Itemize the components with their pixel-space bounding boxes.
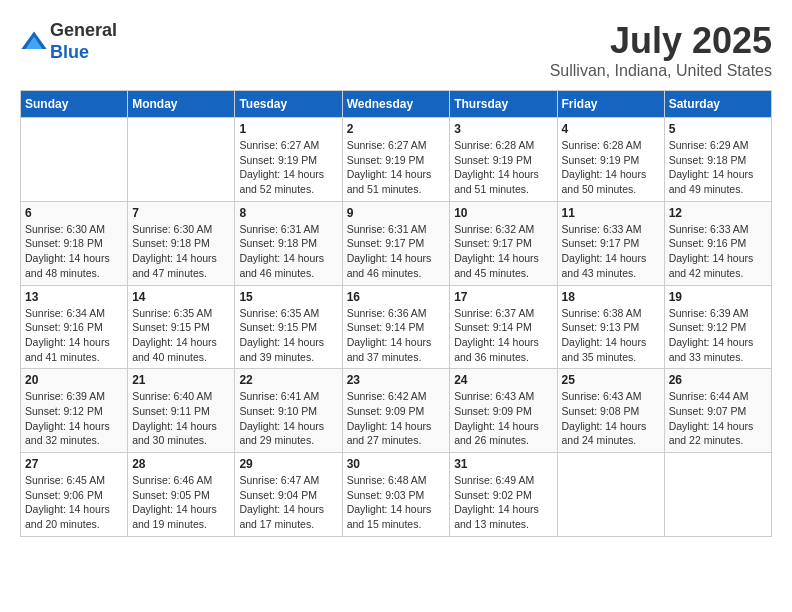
- calendar-week-row: 1Sunrise: 6:27 AM Sunset: 9:19 PM Daylig…: [21, 118, 772, 202]
- day-info: Sunrise: 6:34 AM Sunset: 9:16 PM Dayligh…: [25, 306, 123, 365]
- day-number: 29: [239, 457, 337, 471]
- calendar-cell: 12Sunrise: 6:33 AM Sunset: 9:16 PM Dayli…: [664, 201, 771, 285]
- day-number: 23: [347, 373, 446, 387]
- calendar-cell: 13Sunrise: 6:34 AM Sunset: 9:16 PM Dayli…: [21, 285, 128, 369]
- calendar-cell: 16Sunrise: 6:36 AM Sunset: 9:14 PM Dayli…: [342, 285, 450, 369]
- calendar-cell: 29Sunrise: 6:47 AM Sunset: 9:04 PM Dayli…: [235, 453, 342, 537]
- day-info: Sunrise: 6:29 AM Sunset: 9:18 PM Dayligh…: [669, 138, 767, 197]
- day-info: Sunrise: 6:39 AM Sunset: 9:12 PM Dayligh…: [669, 306, 767, 365]
- title-section: July 2025 Sullivan, Indiana, United Stat…: [550, 20, 772, 80]
- day-info: Sunrise: 6:35 AM Sunset: 9:15 PM Dayligh…: [132, 306, 230, 365]
- calendar-cell: 17Sunrise: 6:37 AM Sunset: 9:14 PM Dayli…: [450, 285, 557, 369]
- day-number: 16: [347, 290, 446, 304]
- page-header: General Blue July 2025 Sullivan, Indiana…: [20, 20, 772, 80]
- calendar-cell: 9Sunrise: 6:31 AM Sunset: 9:17 PM Daylig…: [342, 201, 450, 285]
- calendar-cell: 2Sunrise: 6:27 AM Sunset: 9:19 PM Daylig…: [342, 118, 450, 202]
- day-info: Sunrise: 6:43 AM Sunset: 9:08 PM Dayligh…: [562, 389, 660, 448]
- day-info: Sunrise: 6:28 AM Sunset: 9:19 PM Dayligh…: [562, 138, 660, 197]
- calendar-cell: 3Sunrise: 6:28 AM Sunset: 9:19 PM Daylig…: [450, 118, 557, 202]
- day-number: 5: [669, 122, 767, 136]
- calendar-cell: 31Sunrise: 6:49 AM Sunset: 9:02 PM Dayli…: [450, 453, 557, 537]
- day-info: Sunrise: 6:43 AM Sunset: 9:09 PM Dayligh…: [454, 389, 552, 448]
- day-info: Sunrise: 6:42 AM Sunset: 9:09 PM Dayligh…: [347, 389, 446, 448]
- day-info: Sunrise: 6:44 AM Sunset: 9:07 PM Dayligh…: [669, 389, 767, 448]
- day-number: 10: [454, 206, 552, 220]
- calendar-cell: 27Sunrise: 6:45 AM Sunset: 9:06 PM Dayli…: [21, 453, 128, 537]
- day-number: 18: [562, 290, 660, 304]
- calendar-cell: 28Sunrise: 6:46 AM Sunset: 9:05 PM Dayli…: [128, 453, 235, 537]
- calendar-cell: 5Sunrise: 6:29 AM Sunset: 9:18 PM Daylig…: [664, 118, 771, 202]
- calendar-cell: 19Sunrise: 6:39 AM Sunset: 9:12 PM Dayli…: [664, 285, 771, 369]
- calendar-cell: 15Sunrise: 6:35 AM Sunset: 9:15 PM Dayli…: [235, 285, 342, 369]
- calendar-week-row: 6Sunrise: 6:30 AM Sunset: 9:18 PM Daylig…: [21, 201, 772, 285]
- day-number: 7: [132, 206, 230, 220]
- logo-text: General Blue: [50, 20, 117, 63]
- calendar-cell: 30Sunrise: 6:48 AM Sunset: 9:03 PM Dayli…: [342, 453, 450, 537]
- day-info: Sunrise: 6:46 AM Sunset: 9:05 PM Dayligh…: [132, 473, 230, 532]
- day-number: 22: [239, 373, 337, 387]
- calendar-week-row: 13Sunrise: 6:34 AM Sunset: 9:16 PM Dayli…: [21, 285, 772, 369]
- calendar-cell: 4Sunrise: 6:28 AM Sunset: 9:19 PM Daylig…: [557, 118, 664, 202]
- day-info: Sunrise: 6:49 AM Sunset: 9:02 PM Dayligh…: [454, 473, 552, 532]
- logo-general: General: [50, 20, 117, 42]
- day-of-week-header: Sunday: [21, 91, 128, 118]
- day-number: 15: [239, 290, 337, 304]
- day-number: 3: [454, 122, 552, 136]
- day-number: 19: [669, 290, 767, 304]
- day-number: 6: [25, 206, 123, 220]
- calendar-cell: 26Sunrise: 6:44 AM Sunset: 9:07 PM Dayli…: [664, 369, 771, 453]
- day-number: 1: [239, 122, 337, 136]
- day-info: Sunrise: 6:30 AM Sunset: 9:18 PM Dayligh…: [25, 222, 123, 281]
- calendar-cell: 20Sunrise: 6:39 AM Sunset: 9:12 PM Dayli…: [21, 369, 128, 453]
- calendar-cell: 14Sunrise: 6:35 AM Sunset: 9:15 PM Dayli…: [128, 285, 235, 369]
- day-info: Sunrise: 6:35 AM Sunset: 9:15 PM Dayligh…: [239, 306, 337, 365]
- day-info: Sunrise: 6:48 AM Sunset: 9:03 PM Dayligh…: [347, 473, 446, 532]
- day-number: 28: [132, 457, 230, 471]
- day-info: Sunrise: 6:40 AM Sunset: 9:11 PM Dayligh…: [132, 389, 230, 448]
- day-number: 14: [132, 290, 230, 304]
- day-number: 30: [347, 457, 446, 471]
- calendar-cell: [21, 118, 128, 202]
- day-info: Sunrise: 6:27 AM Sunset: 9:19 PM Dayligh…: [239, 138, 337, 197]
- calendar-cell: 18Sunrise: 6:38 AM Sunset: 9:13 PM Dayli…: [557, 285, 664, 369]
- day-info: Sunrise: 6:30 AM Sunset: 9:18 PM Dayligh…: [132, 222, 230, 281]
- logo-blue: Blue: [50, 42, 117, 64]
- day-number: 25: [562, 373, 660, 387]
- calendar-week-row: 27Sunrise: 6:45 AM Sunset: 9:06 PM Dayli…: [21, 453, 772, 537]
- day-number: 12: [669, 206, 767, 220]
- day-number: 24: [454, 373, 552, 387]
- day-number: 11: [562, 206, 660, 220]
- day-info: Sunrise: 6:36 AM Sunset: 9:14 PM Dayligh…: [347, 306, 446, 365]
- day-info: Sunrise: 6:33 AM Sunset: 9:16 PM Dayligh…: [669, 222, 767, 281]
- day-info: Sunrise: 6:31 AM Sunset: 9:18 PM Dayligh…: [239, 222, 337, 281]
- calendar-cell: 21Sunrise: 6:40 AM Sunset: 9:11 PM Dayli…: [128, 369, 235, 453]
- calendar-cell: 10Sunrise: 6:32 AM Sunset: 9:17 PM Dayli…: [450, 201, 557, 285]
- calendar-cell: 23Sunrise: 6:42 AM Sunset: 9:09 PM Dayli…: [342, 369, 450, 453]
- day-number: 31: [454, 457, 552, 471]
- day-of-week-header: Wednesday: [342, 91, 450, 118]
- day-info: Sunrise: 6:39 AM Sunset: 9:12 PM Dayligh…: [25, 389, 123, 448]
- calendar-cell: 11Sunrise: 6:33 AM Sunset: 9:17 PM Dayli…: [557, 201, 664, 285]
- calendar-week-row: 20Sunrise: 6:39 AM Sunset: 9:12 PM Dayli…: [21, 369, 772, 453]
- main-title: July 2025: [550, 20, 772, 62]
- calendar-cell: [664, 453, 771, 537]
- day-info: Sunrise: 6:41 AM Sunset: 9:10 PM Dayligh…: [239, 389, 337, 448]
- logo-icon: [20, 28, 48, 56]
- calendar-body: 1Sunrise: 6:27 AM Sunset: 9:19 PM Daylig…: [21, 118, 772, 537]
- day-info: Sunrise: 6:45 AM Sunset: 9:06 PM Dayligh…: [25, 473, 123, 532]
- day-of-week-header: Monday: [128, 91, 235, 118]
- calendar-cell: 7Sunrise: 6:30 AM Sunset: 9:18 PM Daylig…: [128, 201, 235, 285]
- calendar-cell: 24Sunrise: 6:43 AM Sunset: 9:09 PM Dayli…: [450, 369, 557, 453]
- day-info: Sunrise: 6:37 AM Sunset: 9:14 PM Dayligh…: [454, 306, 552, 365]
- day-of-week-header: Friday: [557, 91, 664, 118]
- calendar-cell: [128, 118, 235, 202]
- calendar-cell: 1Sunrise: 6:27 AM Sunset: 9:19 PM Daylig…: [235, 118, 342, 202]
- day-info: Sunrise: 6:28 AM Sunset: 9:19 PM Dayligh…: [454, 138, 552, 197]
- day-info: Sunrise: 6:27 AM Sunset: 9:19 PM Dayligh…: [347, 138, 446, 197]
- calendar-cell: 25Sunrise: 6:43 AM Sunset: 9:08 PM Dayli…: [557, 369, 664, 453]
- day-number: 4: [562, 122, 660, 136]
- day-number: 26: [669, 373, 767, 387]
- day-number: 9: [347, 206, 446, 220]
- subtitle: Sullivan, Indiana, United States: [550, 62, 772, 80]
- day-of-week-header: Thursday: [450, 91, 557, 118]
